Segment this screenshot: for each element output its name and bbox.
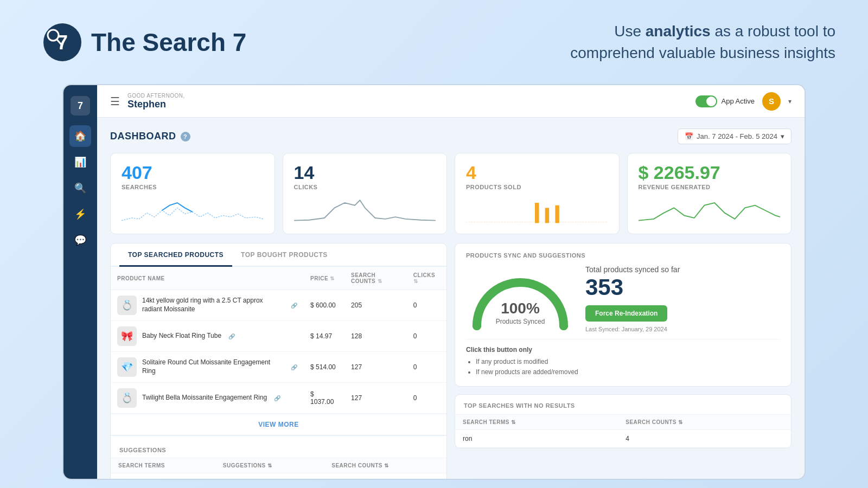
sync-panel-title: PRODUCTS SYNC AND SUGGESTIONS xyxy=(466,252,780,259)
table-header-row: PRODUCT NAME PRICE ⇅ SEARCH COUNTS ⇅ CLI… xyxy=(111,267,446,290)
top-header: ☰ GOOD AFTERNOON, Stephen App Active S ▾ xyxy=(97,85,805,118)
gauge-text: 100% Products Synced xyxy=(496,301,545,326)
sidebar-item-home[interactable]: 🏠 xyxy=(69,125,91,147)
date-range-picker[interactable]: 📅 Jan. 7 2024 - Feb. 5 2024 ▾ xyxy=(678,129,792,144)
product-name: Solitaire Round Cut Moissanite Engagemen… xyxy=(142,358,284,375)
suggestions-section: SUGGESTIONS SEARCH TERMS SUGGESTIONS ⇅ S… xyxy=(111,435,446,479)
view-more-button[interactable]: VIEW MORE xyxy=(111,414,446,435)
tab-top-bought[interactable]: TOP BOUGHT PRODUCTS xyxy=(232,243,336,267)
sidebar-item-search[interactable]: 🔍 xyxy=(69,177,91,199)
product-table: PRODUCT NAME PRICE ⇅ SEARCH COUNTS ⇅ CLI… xyxy=(111,267,446,414)
col-clicks: CLICKS ⇅ xyxy=(407,267,446,290)
stat-value-clicks: 14 xyxy=(294,163,436,182)
gauge-label: Products Synced xyxy=(496,318,545,325)
product-name: Baby Neck Float Ring Tube xyxy=(142,332,221,341)
sidebar-logo-icon: 7 xyxy=(71,96,90,115)
logo-area: 7 The Search 7 xyxy=(43,23,246,61)
sync-info: Total products synced so far 353 Force R… xyxy=(585,265,780,332)
product-thumb: 💍 xyxy=(117,296,137,315)
greeting-name: Stephen xyxy=(127,99,185,110)
external-link-icon[interactable]: 🔗 xyxy=(274,395,280,401)
gauge-percent: 100% xyxy=(496,301,545,316)
chevron-down-icon[interactable]: ▾ xyxy=(788,98,792,105)
click-info-title: Click this button only xyxy=(466,346,780,354)
logo-text: The Search 7 xyxy=(91,28,246,57)
product-searches: 205 xyxy=(344,290,407,321)
tab-top-searched[interactable]: TOP SEARCHED PRODUCTS xyxy=(119,243,232,267)
sidebar-item-analytics[interactable]: 📊 xyxy=(69,151,91,173)
external-link-icon[interactable]: 🔗 xyxy=(291,303,297,309)
product-row-name: 💎 Solitaire Round Cut Moissanite Engagem… xyxy=(117,357,297,377)
sort-icon-nr[interactable]: ⇅ xyxy=(511,419,516,425)
calendar-icon: 📅 xyxy=(685,132,693,140)
product-thumb: 🎀 xyxy=(117,326,137,346)
sort-icon-clicks[interactable]: ⇅ xyxy=(413,278,418,284)
nr-count: 4 xyxy=(618,430,791,448)
app-active-toggle[interactable]: App Active xyxy=(695,95,755,107)
sort-icon[interactable]: ⇅ xyxy=(267,463,272,468)
sort-icon-nr-count[interactable]: ⇅ xyxy=(678,419,683,425)
suggestions-header-row: SEARCH TERMS SUGGESTIONS ⇅ SEARCH COUNTS… xyxy=(111,458,446,473)
header-right: App Active S ▾ xyxy=(695,92,792,111)
logo-icon: 7 xyxy=(43,23,81,61)
stat-value-searches: 407 xyxy=(122,163,264,182)
product-price: $ 14.97 xyxy=(304,321,344,352)
greeting-small: GOOD AFTERNOON, xyxy=(127,93,185,99)
sort-icon[interactable]: ⇅ xyxy=(384,463,389,468)
suggestions-table: SEARCH TERMS SUGGESTIONS ⇅ SEARCH COUNTS… xyxy=(111,458,446,479)
svg-point-8 xyxy=(473,322,481,330)
greeting-block: GOOD AFTERNOON, Stephen xyxy=(127,93,185,110)
table-row: 💍 Twilight Bella Moissanite Engagement R… xyxy=(111,383,446,414)
product-thumb: 💎 xyxy=(117,357,137,377)
stat-card-products-sold: 4 PRODUCTS SOLD xyxy=(455,153,620,234)
suggestions-title: SUGGESTIONS xyxy=(111,442,446,458)
toggle-switch[interactable] xyxy=(695,95,717,107)
product-price: $ 1037.00 xyxy=(304,383,344,414)
click-info-list: If any product is modified If new produc… xyxy=(466,357,780,377)
col-search-counts-s: SEARCH COUNTS ⇅ xyxy=(324,458,446,473)
product-row-name: 💍 Twilight Bella Moissanite Engagement R… xyxy=(117,388,297,408)
col-search-terms: SEARCH TERMS xyxy=(111,458,215,473)
stat-card-clicks: 14 CLICKS xyxy=(283,153,448,234)
no-results-panel: TOP SEARCHES WITH NO RESULTS SEARCH TERM… xyxy=(455,394,792,448)
col-nr-search-counts: SEARCH COUNTS ⇅ xyxy=(618,415,791,430)
product-name: Twilight Bella Moissanite Engagement Rin… xyxy=(142,394,267,402)
header-left: ☰ GOOD AFTERNOON, Stephen xyxy=(110,93,185,110)
external-link-icon[interactable]: 🔗 xyxy=(228,333,235,339)
content-area: DASHBOARD ? 📅 Jan. 7 2024 - Feb. 5 2024 … xyxy=(97,118,805,479)
table-panel: TOP SEARCHED PRODUCTS TOP BOUGHT PRODUCT… xyxy=(110,243,447,479)
click-info: Click this button only If any product is… xyxy=(466,339,780,377)
sidebar-item-messages[interactable]: 💬 xyxy=(69,229,91,251)
sync-inner: 100% Products Synced Total products sync… xyxy=(466,265,780,332)
mini-chart-revenue xyxy=(639,197,781,224)
product-name: 14kt yellow gold ring with a 2.5 CT appr… xyxy=(142,297,284,313)
click-info-item-1: If any product is modified xyxy=(476,357,780,367)
col-price: PRICE ⇅ xyxy=(304,267,344,290)
sort-icon-price[interactable]: ⇅ xyxy=(330,275,335,281)
stats-row: 407 SEARCHES 14 CLICKS xyxy=(110,153,792,234)
table-row: 💍 14kt yellow gold ring with a 2.5 CT ap… xyxy=(111,290,446,321)
no-results-header-row: SEARCH TERMS ⇅ SEARCH COUNTS ⇅ xyxy=(455,415,791,430)
sort-icon-searches[interactable]: ⇅ xyxy=(378,278,382,284)
suggestion-count: 5 xyxy=(324,473,446,479)
sidebar: 7 🏠 📊 🔍 ⚡ 💬 xyxy=(63,85,97,479)
stat-label-products-sold: PRODUCTS SOLD xyxy=(466,184,608,190)
stat-value-products-sold: 4 xyxy=(466,163,608,182)
no-results-title: TOP SEARCHES WITH NO RESULTS xyxy=(455,395,791,415)
product-clicks: 0 xyxy=(407,383,446,414)
tagline: Use analytics as a robust tool to compre… xyxy=(570,21,835,63)
total-synced-label: Total products synced so far xyxy=(585,265,780,274)
dashboard-info-icon[interactable]: ? xyxy=(181,132,190,142)
user-avatar[interactable]: S xyxy=(762,92,781,111)
product-searches: 127 xyxy=(344,352,407,383)
nr-term: ron xyxy=(455,430,618,448)
hamburger-menu[interactable]: ☰ xyxy=(110,95,120,108)
stat-label-searches: SEARCHES xyxy=(122,184,264,190)
force-reindexation-button[interactable]: Force Re-Indexation xyxy=(585,305,667,322)
app-active-label: App Active xyxy=(722,97,755,105)
dashboard-title: DASHBOARD ? xyxy=(110,131,190,142)
sidebar-item-filter[interactable]: ⚡ xyxy=(69,203,91,225)
panel-tabs: TOP SEARCHED PRODUCTS TOP BOUGHT PRODUCT… xyxy=(111,243,446,267)
external-link-icon[interactable]: 🔗 xyxy=(291,364,297,370)
right-panel: PRODUCTS SYNC AND SUGGESTIONS xyxy=(455,243,792,479)
